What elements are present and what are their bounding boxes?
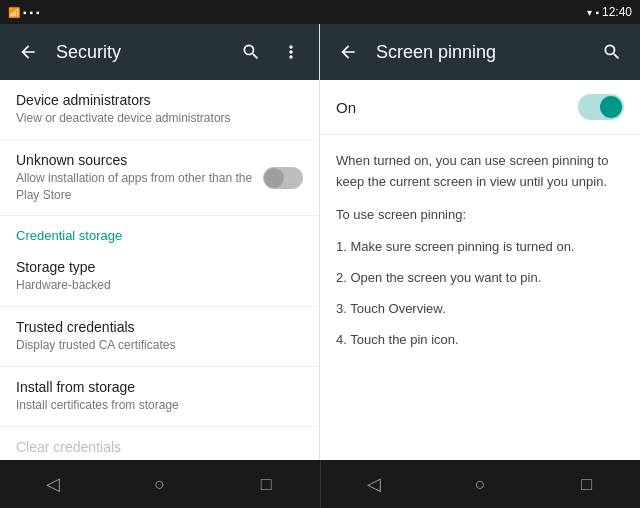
left-search-button[interactable] <box>231 32 271 72</box>
step-1-text: Make sure screen pinning is turned on. <box>350 239 574 254</box>
pinning-step-1: 1. Make sure screen pinning is turned on… <box>336 237 624 258</box>
device-administrators-subtitle: View or deactivate device administrators <box>16 110 303 127</box>
step-3-number: 3. <box>336 301 350 316</box>
right-back-nav[interactable]: ◁ <box>350 460 398 508</box>
clear-credentials-item: Clear credentials Remove all certificate… <box>0 427 319 460</box>
credential-section-header: Credential storage <box>0 216 319 247</box>
unknown-sources-toggle[interactable] <box>263 167 303 189</box>
left-nav-panel: ◁ ○ □ <box>0 460 320 508</box>
device-administrators-item[interactable]: Device administrators View or deactivate… <box>0 80 319 140</box>
install-from-storage-subtitle: Install certificates from storage <box>16 397 303 414</box>
pinning-description: When turned on, you can use screen pinni… <box>320 135 640 377</box>
pinning-toggle[interactable] <box>578 94 624 120</box>
left-more-button[interactable] <box>271 32 311 72</box>
right-nav-panel: ◁ ○ □ <box>321 460 641 508</box>
left-back-nav[interactable]: ◁ <box>29 460 77 508</box>
clear-credentials-title: Clear credentials <box>16 439 303 455</box>
step-3-text: Touch Overview. <box>350 301 445 316</box>
install-from-storage-item[interactable]: Install from storage Install certificate… <box>0 367 319 427</box>
step-1-number: 1. <box>336 239 350 254</box>
status-bar-right: ▾ ▪ 12:40 <box>587 5 632 19</box>
left-recent-nav[interactable]: □ <box>242 460 290 508</box>
cast-icon: ▪ <box>36 7 40 18</box>
storage-type-title: Storage type <box>16 259 303 275</box>
right-back-button[interactable] <box>328 32 368 72</box>
step-2-number: 2. <box>336 270 350 285</box>
trusted-credentials-title: Trusted credentials <box>16 319 303 335</box>
status-bar-left: 📶 ▪ ▪ ▪ <box>8 7 40 18</box>
unknown-sources-subtitle: Allow installation of apps from other th… <box>16 170 263 204</box>
pinning-toggle-label: On <box>336 99 356 116</box>
pinning-step-2: 2. Open the screen you want to pin. <box>336 268 624 289</box>
step-2-text: Open the screen you want to pin. <box>350 270 541 285</box>
right-toolbar: Screen pinning <box>320 24 640 80</box>
step-4-text: Touch the pin icon. <box>350 332 458 347</box>
left-home-nav[interactable]: ○ <box>136 460 184 508</box>
storage-type-item[interactable]: Storage type Hardware-backed <box>0 247 319 307</box>
install-from-storage-title: Install from storage <box>16 379 303 395</box>
trusted-credentials-item[interactable]: Trusted credentials Display trusted CA c… <box>0 307 319 367</box>
unknown-sources-title: Unknown sources <box>16 152 263 168</box>
storage-type-subtitle: Hardware-backed <box>16 277 303 294</box>
right-toolbar-title: Screen pinning <box>376 42 592 63</box>
wifi-icon-right: ▾ <box>587 7 592 18</box>
left-panel: Security Device administrators View or d… <box>0 24 320 460</box>
signal-icon: ▪ <box>23 7 27 18</box>
unknown-sources-item[interactable]: Unknown sources Allow installation of ap… <box>0 140 319 217</box>
status-time: 12:40 <box>602 5 632 19</box>
pinning-step-3: 3. Touch Overview. <box>336 299 624 320</box>
bottom-nav: ◁ ○ □ ◁ ○ □ <box>0 460 640 508</box>
left-scroll-area[interactable]: Device administrators View or deactivate… <box>0 80 319 460</box>
wifi-icon-left: ▪ <box>30 7 34 18</box>
main-panels: Security Device administrators View or d… <box>0 24 640 460</box>
left-toolbar-title: Security <box>56 42 231 63</box>
left-back-button[interactable] <box>8 32 48 72</box>
trusted-credentials-subtitle: Display trusted CA certificates <box>16 337 303 354</box>
right-home-nav[interactable]: ○ <box>456 460 504 508</box>
right-scroll-area: When turned on, you can use screen pinni… <box>320 135 640 460</box>
pinning-desc-paragraph: When turned on, you can use screen pinni… <box>336 151 624 193</box>
status-bar: 📶 ▪ ▪ ▪ ▾ ▪ 12:40 <box>0 0 640 24</box>
left-toolbar: Security <box>0 24 319 80</box>
right-panel: Screen pinning On When turned on, you ca… <box>320 24 640 460</box>
pinning-toggle-row[interactable]: On <box>320 80 640 135</box>
right-search-button[interactable] <box>592 32 632 72</box>
step-4-number: 4. <box>336 332 350 347</box>
right-recent-nav[interactable]: □ <box>563 460 611 508</box>
pinning-steps-header: To use screen pinning: <box>336 205 624 226</box>
notification-icon: 📶 <box>8 7 20 18</box>
device-administrators-title: Device administrators <box>16 92 303 108</box>
signal-strength-icon: ▪ <box>595 7 599 18</box>
pinning-step-4: 4. Touch the pin icon. <box>336 330 624 351</box>
